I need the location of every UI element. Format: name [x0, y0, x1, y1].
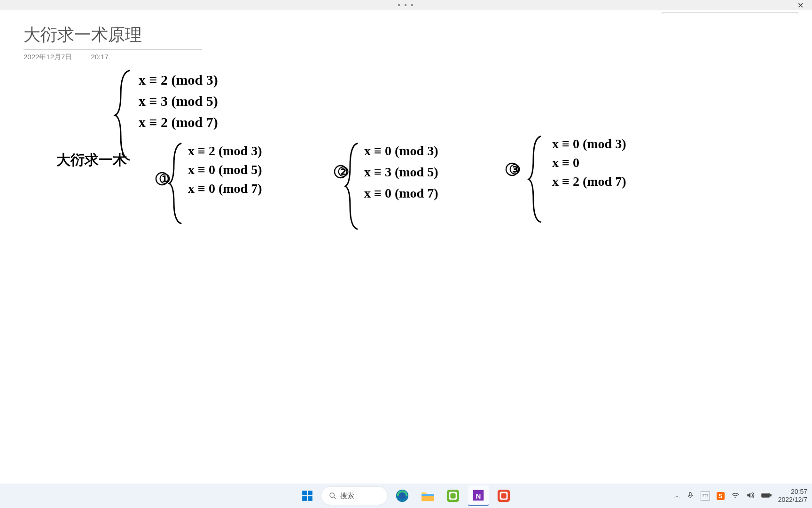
ink-method-label: 大衍求一术 [56, 152, 127, 167]
search-icon [329, 492, 336, 500]
svg-point-18 [330, 493, 334, 497]
note-time: 20:17 [91, 53, 109, 62]
svg-rect-16 [302, 496, 307, 501]
taskbar-edge[interactable] [392, 485, 413, 506]
svg-line-19 [334, 497, 336, 499]
ink-tag-3: ③ [509, 162, 521, 177]
ink-sp3-2: x ≡ 0 [552, 155, 579, 170]
taskbar-onenote[interactable]: N [468, 485, 489, 506]
svg-point-11 [156, 173, 168, 185]
note-page[interactable]: 大衍求一术原理 2022年12月7日 20:17 .hand { font-fa… [0, 14, 812, 498]
svg-rect-23 [422, 494, 434, 496]
ink-tag-1: ① [159, 172, 171, 186]
tray-mic-icon[interactable] [687, 492, 694, 500]
svg-point-21 [399, 492, 406, 500]
tray-clock[interactable]: 20:57 2022/12/7 [778, 488, 807, 504]
svg-rect-32 [689, 492, 691, 496]
tray-date: 2022/12/7 [778, 496, 807, 504]
taskbar-center: 搜索 N [298, 485, 514, 506]
ink-tag-2: ② [337, 165, 349, 179]
taskbar-explorer[interactable] [417, 485, 438, 506]
svg-point-13 [506, 163, 518, 175]
titlebar: • • • ✕ [0, 0, 812, 10]
close-button[interactable]: ✕ [794, 1, 807, 10]
system-tray: ︿ 中 S 20:57 2022/12/7 [674, 488, 807, 504]
svg-rect-31 [501, 493, 506, 498]
ink-sp3-1: x ≡ 0 (mod 3) [552, 136, 626, 151]
page-title[interactable]: 大衍求一术原理 [23, 24, 202, 50]
ink-sp1-1: x ≡ 2 (mod 3) [188, 143, 262, 158]
taskbar-camtasia[interactable] [443, 485, 463, 506]
tray-volume-icon[interactable] [746, 492, 755, 500]
ink-main-2: x ≡ 3 (mod 5) [139, 93, 218, 109]
ink-sp2-1: x ≡ 0 (mod 3) [364, 143, 438, 158]
more-dots-icon[interactable]: • • • [398, 1, 414, 9]
svg-rect-14 [302, 491, 307, 495]
ink-main-3: x ≡ 2 (mod 7) [139, 114, 218, 130]
svg-text:N: N [476, 492, 481, 500]
svg-rect-26 [450, 493, 455, 498]
tray-battery-icon[interactable] [761, 492, 772, 500]
svg-point-12 [335, 166, 347, 178]
ink-main-1: x ≡ 2 (mod 3) [139, 72, 218, 88]
tray-sogou-icon[interactable]: S [717, 492, 725, 500]
ink-sp2-3: x ≡ 0 (mod 7) [364, 186, 438, 200]
tray-overflow-icon[interactable]: ︿ [674, 492, 680, 500]
svg-rect-15 [308, 491, 312, 495]
search-placeholder: 搜索 [340, 492, 354, 500]
svg-rect-35 [762, 494, 769, 496]
ink-sp1-3: x ≡ 0 (mod 7) [188, 181, 262, 196]
tray-wifi-icon[interactable] [731, 492, 740, 500]
svg-rect-34 [770, 494, 771, 496]
start-button[interactable] [298, 486, 317, 505]
note-date: 2022年12月7日 [23, 53, 72, 62]
search-box[interactable]: 搜索 [321, 487, 387, 505]
tray-time: 20:57 [778, 488, 807, 496]
ink-sp1-2: x ≡ 0 (mod 5) [188, 162, 262, 177]
ink-sp2-2: x ≡ 3 (mod 5) [364, 165, 438, 179]
ink-canvas: .hand { font-family: "Segoe Script", "Co… [0, 14, 812, 437]
ink-sp3-3: x ≡ 2 (mod 7) [552, 174, 626, 189]
taskbar-snagit[interactable] [493, 485, 514, 506]
svg-rect-22 [422, 495, 434, 501]
tray-ime-icon[interactable]: 中 [701, 492, 710, 500]
taskbar: 搜索 N ︿ 中 S 20 [0, 484, 812, 508]
svg-rect-17 [308, 496, 312, 501]
page-meta: 2022年12月7日 20:17 [23, 53, 789, 62]
